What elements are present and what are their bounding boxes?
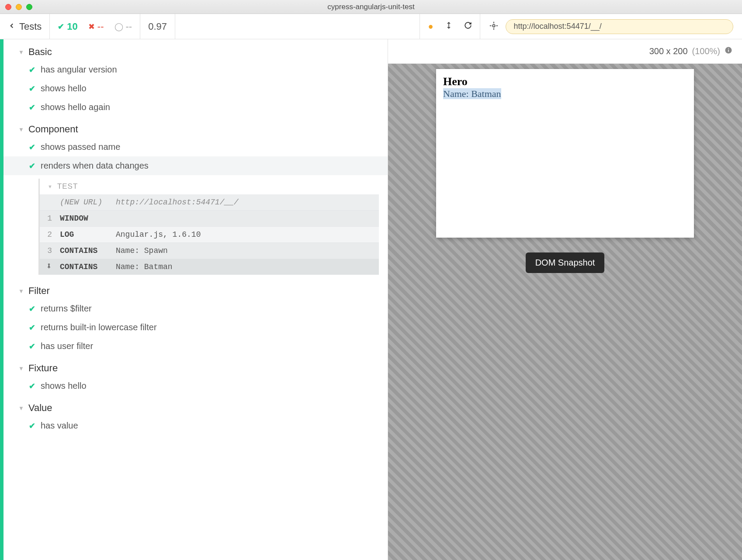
command-message: Name: Spawn [116,246,374,255]
test-item[interactable]: ✔shows hello [3,79,388,98]
svg-point-1 [492,24,495,27]
toolbar: Tests ✔ 10 ✖ -- ◯ -- 0.97 ● [0,14,742,39]
x-icon: ✖ [88,22,95,31]
check-icon: ✔ [58,22,64,31]
command-message: http://localhost:54471/__/ [116,198,374,207]
command-row[interactable]: 2LOGAngular.js, 1.6.10 [40,227,379,243]
test-title: shows passed name [41,142,120,152]
check-icon: ✔ [29,161,35,171]
aut-infobar: 300 x 200 (100%) [388,39,742,64]
suite-name: Basic [28,46,52,58]
main-split: ▼Basic✔has angular version✔shows hello✔s… [0,39,742,560]
test-title: has user filter [41,341,93,351]
resize-icon[interactable] [445,21,453,31]
suite-title[interactable]: ▼Filter [3,278,388,299]
viewport-controls: ● [420,14,480,39]
dom-snapshot-badge: DOM Snapshot [526,252,605,273]
test-title: has angular version [41,65,117,75]
test-title: shows hello [41,381,87,391]
check-icon: ✔ [29,304,35,314]
reload-icon[interactable] [464,21,472,31]
circle-icon: ◯ [114,22,123,31]
test-title: shows hello again [41,102,110,112]
command-name: (NEW URL) [55,198,116,207]
check-icon: ✔ [29,342,35,351]
caret-down-icon: ▼ [18,288,24,294]
command-name: CONTAINS [55,246,116,255]
suite-name: Fixture [28,363,58,374]
command-number: 1 [40,214,55,223]
pending-count: ◯ -- [114,21,132,32]
command-number: 3 [40,246,55,255]
command-row[interactable]: CONTAINSName: Batman [40,259,379,275]
suite-name: Component [28,124,78,135]
aut-panel: 300 x 200 (100%) Hero Name: Batman DOM S… [388,39,742,560]
suite-title[interactable]: ▼Basic [3,39,388,60]
test-title: returns built-in lowercase filter [41,322,157,332]
check-icon: ✔ [29,65,35,75]
check-icon: ✔ [29,323,35,332]
test-title: renders when data changes [41,161,149,171]
test-item[interactable]: ✔has angular version [3,60,388,79]
viewport-dimensions: 300 x 200 [649,46,688,56]
command-log: ▼TEST(NEW URL)http://localhost:54471/__/… [38,179,379,275]
caret-down-icon: ▼ [18,126,24,133]
caret-down-icon: ▼ [18,365,24,372]
suite-name: Value [28,402,52,414]
aut-body: Hero Name: Batman DOM Snapshot [388,64,742,560]
check-icon: ✔ [29,142,35,152]
test-item[interactable]: ✔shows passed name [3,138,388,156]
aut-iframe[interactable]: Hero Name: Batman [436,69,694,238]
viewport-scale: (100%) [692,46,720,56]
check-icon: ✔ [29,421,35,431]
check-icon: ✔ [29,381,35,391]
run-stats: ✔ 10 ✖ -- ◯ -- [50,14,140,39]
back-to-tests-button[interactable]: Tests [0,14,50,39]
caret-down-icon: ▼ [18,49,24,55]
failed-count: ✖ -- [88,21,104,32]
selector-playground-icon[interactable] [489,21,499,32]
caret-down-icon: ▼ [48,184,53,189]
window-title: cypress-angularjs-unit-test [0,3,742,11]
suite-title[interactable]: ▼Value [3,395,388,416]
command-log-header-label: TEST [57,182,78,191]
test-item[interactable]: ✔returns $filter [3,299,388,318]
svg-rect-7 [728,50,729,52]
pause-indicator-icon[interactable]: ● [428,21,433,31]
command-name: CONTAINS [55,263,116,271]
suite-title[interactable]: ▼Fixture [3,356,388,377]
test-title: has value [41,421,78,431]
command-name: LOG [55,230,116,239]
hero-heading: Hero [443,75,687,88]
command-log-header[interactable]: ▼TEST [40,179,379,194]
reporter-gutter [0,39,3,560]
command-row[interactable]: 3CONTAINSName: Spawn [40,243,379,259]
caret-down-icon: ▼ [18,405,24,411]
duration: 0.97 [140,14,175,39]
check-icon: ✔ [29,84,35,93]
command-row[interactable]: (NEW URL)http://localhost:54471/__/ [40,194,379,211]
test-title: shows hello [41,83,87,93]
toolbar-spacer [175,14,420,39]
url-input[interactable] [506,19,733,34]
test-item[interactable]: ✔shows hello [3,377,388,395]
test-item[interactable]: ✔has user filter [3,337,388,356]
pin-icon [40,263,55,271]
suite-title[interactable]: ▼Component [3,117,388,138]
titlebar: cypress-angularjs-unit-test [0,0,742,14]
test-item[interactable]: ✔renders when data changes [3,156,388,175]
tests-list[interactable]: ▼Basic✔has angular version✔shows hello✔s… [3,39,388,560]
command-name: WINDOW [55,214,116,223]
test-title: returns $filter [41,304,92,314]
tests-label: Tests [19,21,42,32]
chevron-left-icon [8,21,16,32]
info-icon[interactable] [725,46,732,56]
test-item[interactable]: ✔has value [3,416,388,435]
check-icon: ✔ [29,103,35,112]
hero-name-highlight: Name: Batman [443,88,501,99]
command-message: Angular.js, 1.6.10 [116,230,374,239]
test-item[interactable]: ✔shows hello again [3,98,388,117]
reporter-panel: ▼Basic✔has angular version✔shows hello✔s… [0,39,388,560]
test-item[interactable]: ✔returns built-in lowercase filter [3,318,388,337]
command-row[interactable]: 1WINDOW [40,211,379,227]
